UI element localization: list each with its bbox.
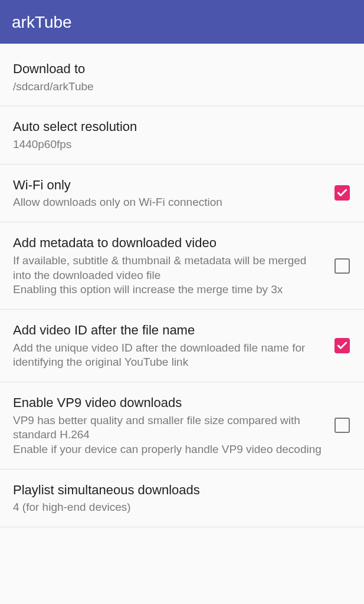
checkbox-wifi-only[interactable] xyxy=(333,184,351,202)
checkbox-empty-icon xyxy=(335,418,350,433)
setting-subtitle: 1440p60fps xyxy=(13,137,344,152)
setting-title: Playlist simultaneous downloads xyxy=(13,481,344,499)
settings-list: Download to /sdcard/arkTube Auto select … xyxy=(0,44,364,527)
checkmark-icon xyxy=(335,185,350,201)
setting-subtitle: If available, subtitle & thumbnail & met… xyxy=(13,254,326,297)
setting-subtitle: 4 (for high-end devices) xyxy=(13,500,344,515)
setting-wifi-only[interactable]: Wi-Fi only Allow downloads only on Wi-Fi… xyxy=(0,165,364,222)
setting-playlist-simultaneous[interactable]: Playlist simultaneous downloads 4 (for h… xyxy=(0,470,364,527)
setting-content: Enable VP9 video downloads VP9 has bette… xyxy=(13,394,333,457)
setting-subtitle: /sdcard/arkTube xyxy=(13,80,344,94)
setting-title: Auto select resolution xyxy=(13,118,344,136)
app-bar: arkTube xyxy=(0,0,364,44)
setting-content: Wi-Fi only Allow downloads only on Wi-Fi… xyxy=(13,176,333,210)
setting-subtitle: Allow downloads only on Wi-Fi connection xyxy=(13,195,326,210)
setting-title: Wi-Fi only xyxy=(13,176,326,194)
setting-content: Auto select resolution 1440p60fps xyxy=(13,118,351,152)
setting-enable-vp9[interactable]: Enable VP9 video downloads VP9 has bette… xyxy=(0,382,364,470)
setting-subtitle: VP9 has better quality and smaller file … xyxy=(13,413,326,457)
app-title: arkTube xyxy=(12,13,72,31)
setting-add-video-id[interactable]: Add video ID after the file name Add the… xyxy=(0,310,364,382)
setting-auto-resolution[interactable]: Auto select resolution 1440p60fps xyxy=(0,106,364,164)
setting-subtitle: Add the unique video ID after the downlo… xyxy=(13,341,326,370)
checkbox-add-video-id[interactable] xyxy=(333,337,351,354)
checkbox-enable-vp9[interactable] xyxy=(333,416,351,434)
setting-title: Add metadata to downloaded video xyxy=(13,234,326,252)
setting-title: Enable VP9 video downloads xyxy=(13,394,326,412)
checkbox-empty-icon xyxy=(335,258,350,274)
setting-content: Add metadata to downloaded video If avai… xyxy=(13,234,333,297)
setting-download-to[interactable]: Download to /sdcard/arkTube xyxy=(0,48,364,106)
setting-content: Playlist simultaneous downloads 4 (for h… xyxy=(13,481,351,515)
setting-title: Add video ID after the file name xyxy=(13,321,326,339)
checkmark-icon xyxy=(335,338,350,353)
checkbox-add-metadata[interactable] xyxy=(333,257,351,275)
setting-content: Add video ID after the file name Add the… xyxy=(13,321,333,370)
setting-title: Download to xyxy=(13,60,344,78)
setting-add-metadata[interactable]: Add metadata to downloaded video If avai… xyxy=(0,222,364,310)
setting-content: Download to /sdcard/arkTube xyxy=(13,60,351,94)
